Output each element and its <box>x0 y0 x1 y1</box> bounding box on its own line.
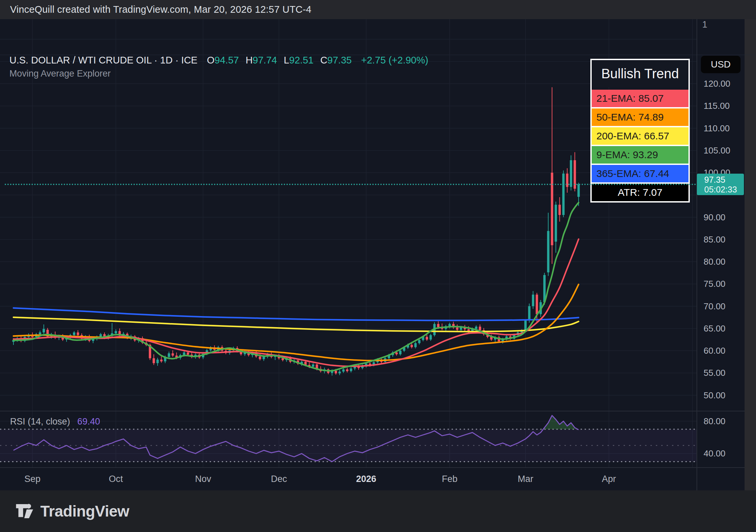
rsi-name: RSI <box>10 416 25 427</box>
candle-body <box>555 205 557 242</box>
ema-line-21-EMA <box>13 239 579 366</box>
badge-countdown: 05:02:33 <box>704 185 744 194</box>
price-tick: 55.00 <box>704 367 744 378</box>
separator-dot: · <box>175 55 181 65</box>
atr-row: ATR: 7.07 <box>592 184 688 201</box>
exchange-label: ICE <box>181 55 197 65</box>
ema-legend-row: 9-EMA: 93.29 <box>592 146 688 164</box>
candle-body <box>77 332 79 335</box>
candle-body <box>558 205 561 215</box>
ema-line-365-EMA <box>13 308 579 320</box>
price-tick: 85.00 <box>704 234 744 245</box>
ema-legend-row: 21-EMA: 85.07 <box>592 90 688 107</box>
time-tick-2026: 2026 <box>348 473 385 485</box>
time-tick-Nov: Nov <box>184 473 221 485</box>
rsi-header[interactable]: RSI (14, close) 69.40 <box>10 416 100 427</box>
candle-body <box>187 352 189 355</box>
candle-body <box>160 360 163 361</box>
candle-body <box>429 335 432 340</box>
trend-panel: Bullish Trend 21-EMA: 85.0750-EMA: 74.89… <box>590 59 690 203</box>
price-tick: 50.00 <box>704 390 744 401</box>
candle-body <box>570 160 572 187</box>
rsi-value: 69.40 <box>77 416 100 427</box>
ema-legend-row: 200-EMA: 66.57 <box>592 127 688 145</box>
currency-button[interactable]: USD <box>701 56 741 73</box>
price-tick: 65.00 <box>704 323 744 334</box>
candle-body <box>414 343 417 347</box>
candle-body <box>479 327 481 330</box>
candle-body <box>418 340 420 343</box>
candle-body <box>426 337 428 340</box>
time-tick-Mar: Mar <box>507 473 544 485</box>
candle-body <box>153 358 155 363</box>
price-tick: 60.00 <box>704 345 744 356</box>
pane-separator-rsi-time <box>0 467 745 468</box>
candle-body <box>536 295 538 314</box>
candle-body <box>578 184 580 197</box>
candle-body <box>312 364 314 367</box>
tradingview-chart-snapshot: VinceQuill created with TradingView.com,… <box>0 0 756 532</box>
candle-body <box>263 356 265 359</box>
candle-body <box>39 332 41 334</box>
rsi-params-text: (14, close) <box>28 416 70 427</box>
candle-body <box>168 353 170 357</box>
candlestick-series <box>12 87 580 376</box>
candle-body <box>532 295 534 306</box>
rsi-tick: 40.00 <box>704 448 744 458</box>
price-tick: 75.00 <box>704 278 744 289</box>
price-tick: 90.00 <box>704 212 744 223</box>
candle-body <box>342 369 345 372</box>
ema-line-50-EMA <box>13 284 579 361</box>
rsi-tick: 80.00 <box>704 416 744 426</box>
candle-body <box>73 332 75 335</box>
candle-body <box>437 324 439 327</box>
ema-line-9-EMA <box>13 203 579 371</box>
ohlc-values: O94.57H97.74L92.51C97.35 <box>200 55 352 65</box>
candle-body <box>524 320 527 330</box>
interval-label[interactable]: 1D <box>160 55 173 65</box>
price-tick: 105.00 <box>704 145 744 156</box>
price-tick: 110.00 <box>704 123 744 134</box>
trend-panel-title: Bullish Trend <box>592 60 688 87</box>
pane-separator-price-rsi[interactable] <box>0 411 745 411</box>
price-tick: 80.00 <box>704 256 744 267</box>
time-tick-Feb: Feb <box>431 473 468 485</box>
price-tick: 70.00 <box>704 301 744 312</box>
candle-body <box>43 329 45 332</box>
symbol-header: U.S. DOLLAR / WTI CRUDE OIL · 1D · ICE O… <box>9 55 428 66</box>
candle-body <box>399 351 402 354</box>
ema-legend-row: 365-EMA: 67.44 <box>592 165 688 182</box>
candle-body <box>411 345 413 347</box>
candle-body <box>346 369 348 371</box>
candle-body <box>528 306 531 320</box>
last-price-line <box>5 184 697 185</box>
time-tick-Dec: Dec <box>260 473 297 485</box>
candle-body <box>395 352 398 354</box>
candle-body <box>449 324 451 326</box>
separator-dot: · <box>154 55 160 65</box>
candle-body <box>562 174 564 215</box>
candle-body <box>259 356 261 359</box>
candle-body <box>350 368 352 371</box>
ema-lines <box>13 203 579 371</box>
ohlc-key-O: O <box>207 55 215 65</box>
last-price-badge: 97.3505:02:33 <box>697 174 744 195</box>
ohlc-value-L: 92.51 <box>289 55 314 65</box>
time-tick-Sep: Sep <box>14 473 51 485</box>
symbol-title[interactable]: U.S. DOLLAR / WTI CRUDE OIL <box>9 55 152 65</box>
price-tick: 120.00 <box>704 78 744 89</box>
candle-body <box>156 360 159 363</box>
ohlc-value-O: 94.57 <box>214 55 239 65</box>
time-tick-Oct: Oct <box>97 473 134 485</box>
ohlc-key-H: H <box>246 55 253 65</box>
candle-body <box>456 327 458 330</box>
price-tick: 115.00 <box>704 100 744 111</box>
indicator-label[interactable]: Moving Average Explorer <box>9 69 111 79</box>
change-value: +2.75 (+2.90%) <box>361 55 428 65</box>
candle-body <box>115 331 117 334</box>
candle-body <box>475 327 477 329</box>
candle-body <box>172 353 174 356</box>
ohlc-key-C: C <box>320 55 327 65</box>
badge-price: 97.35 <box>704 175 744 185</box>
ohlc-value-C: 97.35 <box>327 55 352 65</box>
